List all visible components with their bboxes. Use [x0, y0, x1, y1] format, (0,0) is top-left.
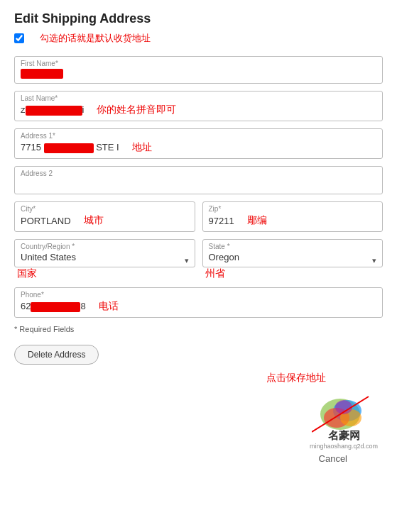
country-select[interactable]: United States Canada China — [21, 252, 189, 262]
annotation-state: 州省 — [205, 267, 225, 279]
annotation-default-address: 勾选的话就是默认收货地址 — [40, 32, 151, 45]
city-label: City* — [21, 205, 189, 213]
annotation-address: 地址 — [132, 141, 152, 154]
city-value: PORTLAND — [21, 216, 71, 226]
required-fields-text: * Required Fields — [14, 325, 383, 333]
default-address-checkbox[interactable] — [14, 33, 24, 43]
address1-label: Address 1* — [21, 132, 376, 140]
cancel-button[interactable]: Cancel — [319, 453, 347, 464]
first-name-redacted — [21, 69, 63, 79]
city-group: City* PORTLAND 城市 — [14, 201, 195, 232]
cancel-button-area: Cancel — [319, 453, 347, 464]
zip-value: 97211 — [209, 216, 234, 226]
last-name-value: zi — [21, 104, 84, 116]
country-label: Country/Region * — [21, 243, 189, 250]
phone-value: 628 — [21, 301, 86, 312]
phone-label: Phone* — [21, 291, 376, 299]
address2-group: Address 2 — [14, 166, 383, 194]
delete-address-button[interactable]: Delete Address — [14, 345, 99, 365]
annotation-country: 国家 — [17, 267, 37, 279]
first-name-group: First Name* — [14, 56, 383, 84]
annotation-last-name: 你的姓名拼音即可 — [97, 104, 176, 116]
zip-group: Zip* 97211 郮编 — [202, 201, 384, 232]
default-address-row: 勾选的话就是默认收货地址 — [14, 32, 383, 45]
address1-group: Address 1* 7715 STE I 地址 — [14, 128, 383, 159]
state-group: State * Oregon California Washington New… — [202, 239, 384, 280]
last-name-group: Last Name* zi 你的姓名拼音即可 — [14, 91, 383, 121]
address1-value: 7715 STE I — [21, 142, 119, 153]
annotation-phone: 电话 — [99, 300, 119, 313]
country-group: Country/Region * United States Canada Ch… — [14, 239, 195, 280]
address2-input[interactable] — [21, 179, 376, 189]
last-name-label: Last Name* — [21, 94, 376, 102]
phone-group: Phone* 628 电话 — [14, 287, 383, 318]
zip-label: Zip* — [209, 205, 377, 213]
address2-label: Address 2 — [21, 170, 376, 177]
state-label: State * — [209, 243, 377, 250]
annotation-zip: 郮编 — [247, 214, 267, 227]
page-title: Edit Shipping Address — [14, 11, 383, 26]
annotation-city: 城市 — [84, 214, 104, 227]
watermark-area: 名豪网 minghaoshang.q2d.com Cancel — [14, 400, 383, 471]
watermark-text: 名豪网 minghaoshang.q2d.com — [305, 429, 383, 450]
state-select[interactable]: Oregon California Washington New York — [209, 252, 377, 262]
city-zip-row: City* PORTLAND 城市 Zip* 97211 郮编 — [14, 201, 383, 232]
country-state-row: Country/Region * United States Canada Ch… — [14, 239, 383, 280]
annotation-save: 点击保存地址 — [266, 372, 326, 384]
first-name-label: First Name* — [21, 60, 376, 67]
